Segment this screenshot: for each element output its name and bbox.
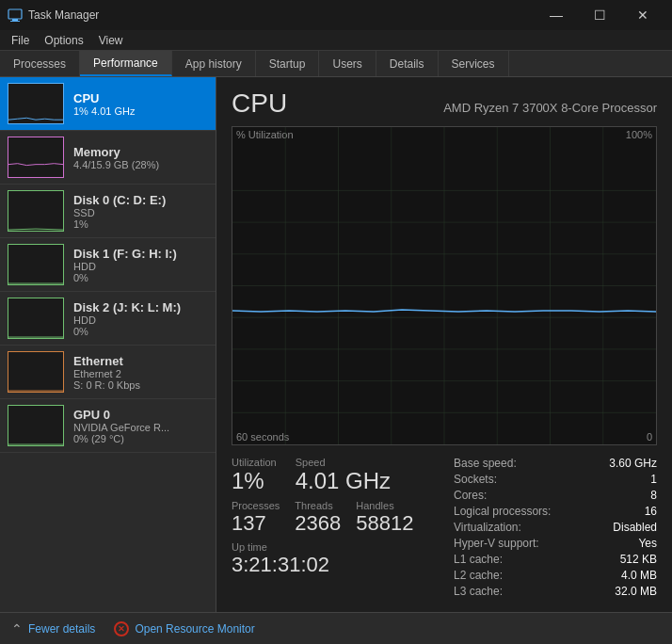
open-resource-monitor-label: Open Resource Monitor — [135, 622, 254, 636]
disk1-sub3: 0% — [73, 272, 177, 283]
gpu0-sub2: NVIDIA GeForce R... — [73, 422, 169, 433]
bottom-bar: ⌃ Fewer details ✕ Open Resource Monitor — [0, 612, 672, 644]
title-bar: Task Manager — ☐ ✕ — [0, 0, 672, 30]
right-stat-logical: Logical processors: 16 — [454, 505, 657, 518]
detail-panel: CPU AMD Ryzen 7 3700X 8-Core Processor %… — [216, 77, 672, 612]
tab-users[interactable]: Users — [319, 51, 376, 76]
title-bar-title: Task Manager — [28, 8, 535, 22]
ethernet-sub3: S: 0 R: 0 Kbps — [73, 379, 140, 391]
minimize-button[interactable]: — — [535, 0, 578, 30]
handles-label: Handles — [356, 500, 413, 511]
tab-details[interactable]: Details — [376, 51, 439, 76]
disk1-label: Disk 1 (F: G: H: I:) — [73, 247, 177, 261]
right-stat-virt: Virtualization: Disabled — [454, 521, 657, 534]
uptime-value: 3:21:31:02 — [232, 553, 435, 577]
tab-services[interactable]: Services — [439, 51, 509, 76]
logical-key: Logical processors: — [454, 505, 551, 518]
speed-label: Speed — [296, 457, 391, 468]
right-stat-cores: Cores: 8 — [454, 489, 657, 502]
stats-grid: Utilization 1% Speed 4.01 GHz Processes … — [232, 457, 657, 601]
virt-key: Virtualization: — [454, 521, 521, 534]
cores-val: 8 — [650, 489, 657, 502]
virt-val: Disabled — [613, 521, 657, 534]
l3-val: 32.0 MB — [615, 585, 657, 598]
fewer-details-button[interactable]: ⌃ Fewer details — [11, 621, 95, 636]
gpu0-sub3: 0% (29 °C) — [73, 433, 169, 444]
sidebar-item-memory[interactable]: Memory 4.4/15.9 GB (28%) — [0, 131, 216, 185]
open-resource-monitor-button[interactable]: ✕ Open Resource Monitor — [114, 621, 254, 636]
right-stat-base-speed: Base speed: 3.60 GHz — [454, 457, 657, 470]
cpu-label: CPU — [73, 91, 135, 105]
sidebar-item-disk2[interactable]: Disk 2 (J: K: L: M:) HDD 0% — [0, 292, 216, 346]
processes-label: Processes — [232, 500, 280, 511]
detail-title: CPU — [232, 89, 287, 119]
detail-header: CPU AMD Ryzen 7 3700X 8-Core Processor — [232, 89, 657, 119]
disk0-sub2: SSD — [73, 207, 166, 218]
right-stat-sockets: Sockets: 1 — [454, 473, 657, 486]
logical-val: 16 — [645, 505, 657, 518]
tab-startup[interactable]: Startup — [256, 51, 320, 76]
sidebar-item-gpu0[interactable]: GPU 0 NVIDIA GeForce R... 0% (29 °C) — [0, 399, 216, 453]
disk2-label: Disk 2 (J: K: L: M:) — [73, 300, 181, 314]
cores-key: Cores: — [454, 489, 487, 502]
threads-label: Threads — [295, 500, 341, 511]
memory-graph — [8, 137, 64, 178]
base-speed-key: Base speed: — [454, 457, 517, 470]
right-stats: Base speed: 3.60 GHz Sockets: 1 Cores: 8… — [454, 457, 657, 601]
memory-sub: 4.4/15.9 GB (28%) — [73, 159, 159, 170]
sockets-key: Sockets: — [454, 473, 497, 486]
menu-bar: File Options View — [0, 30, 672, 51]
title-bar-controls: — ☐ ✕ — [535, 0, 664, 30]
l1-val: 512 KB — [620, 553, 657, 566]
disk0-sub3: 1% — [73, 218, 166, 230]
menu-item-file[interactable]: File — [4, 32, 37, 49]
right-stat-l3: L3 cache: 32.0 MB — [454, 585, 657, 598]
l1-key: L1 cache: — [454, 553, 503, 566]
hyperv-key: Hyper-V support: — [454, 537, 539, 550]
tab-bar: Processes Performance App history Startu… — [0, 51, 672, 77]
sidebar-item-ethernet[interactable]: Ethernet Ethernet 2 S: 0 R: 0 Kbps — [0, 346, 216, 399]
ethernet-label: Ethernet — [73, 354, 140, 368]
sidebar-item-cpu[interactable]: CPU 1% 4.01 GHz — [0, 77, 216, 131]
l2-val: 4.0 MB — [621, 569, 657, 582]
utilization-value: 1% — [232, 468, 277, 494]
svg-rect-2 — [10, 21, 20, 22]
left-stats: Utilization 1% Speed 4.01 GHz Processes … — [232, 457, 435, 601]
detail-subtitle: AMD Ryzen 7 3700X 8-Core Processor — [443, 101, 657, 115]
sidebar-item-disk0[interactable]: Disk 0 (C: D: E:) SSD 1% — [0, 185, 216, 238]
ethernet-graph — [8, 351, 64, 393]
disk0-label: Disk 0 (C: D: E:) — [73, 193, 166, 207]
gpu0-graph — [8, 405, 64, 446]
handles-value: 58812 — [356, 511, 413, 536]
menu-item-options[interactable]: Options — [37, 32, 90, 49]
uptime-label: Up time — [232, 541, 435, 553]
disk1-graph — [8, 244, 64, 285]
disk2-graph — [8, 298, 64, 339]
maximize-button[interactable]: ☐ — [578, 0, 621, 30]
gpu0-label: GPU 0 — [73, 408, 169, 422]
sidebar: CPU 1% 4.01 GHz Memory 4.4/15.9 GB (28%) — [0, 77, 216, 612]
disk1-sub2: HDD — [73, 261, 177, 272]
close-button[interactable]: ✕ — [621, 0, 664, 30]
threads-value: 2368 — [295, 511, 341, 536]
hyperv-val: Yes — [638, 537, 657, 550]
utilization-label: Utilization — [232, 457, 277, 468]
main-content: CPU 1% 4.01 GHz Memory 4.4/15.9 GB (28%) — [0, 77, 672, 612]
speed-value: 4.01 GHz — [296, 468, 391, 494]
l2-key: L2 cache: — [454, 569, 503, 582]
fewer-details-label: Fewer details — [28, 622, 95, 636]
resource-monitor-icon: ✕ — [114, 621, 129, 636]
tab-performance[interactable]: Performance — [80, 51, 172, 76]
l3-key: L3 cache: — [454, 585, 503, 598]
sidebar-item-disk1[interactable]: Disk 1 (F: G: H: I:) HDD 0% — [0, 238, 216, 292]
memory-label: Memory — [73, 145, 159, 159]
tab-app-history[interactable]: App history — [172, 51, 256, 76]
menu-item-view[interactable]: View — [91, 32, 131, 49]
right-stat-hyperv: Hyper-V support: Yes — [454, 537, 657, 550]
disk2-sub3: 0% — [73, 326, 181, 337]
tab-processes[interactable]: Processes — [0, 51, 80, 76]
right-stat-l2: L2 cache: 4.0 MB — [454, 569, 657, 582]
sockets-val: 1 — [650, 473, 657, 486]
chevron-up-icon: ⌃ — [11, 621, 23, 636]
svg-rect-0 — [8, 9, 22, 19]
